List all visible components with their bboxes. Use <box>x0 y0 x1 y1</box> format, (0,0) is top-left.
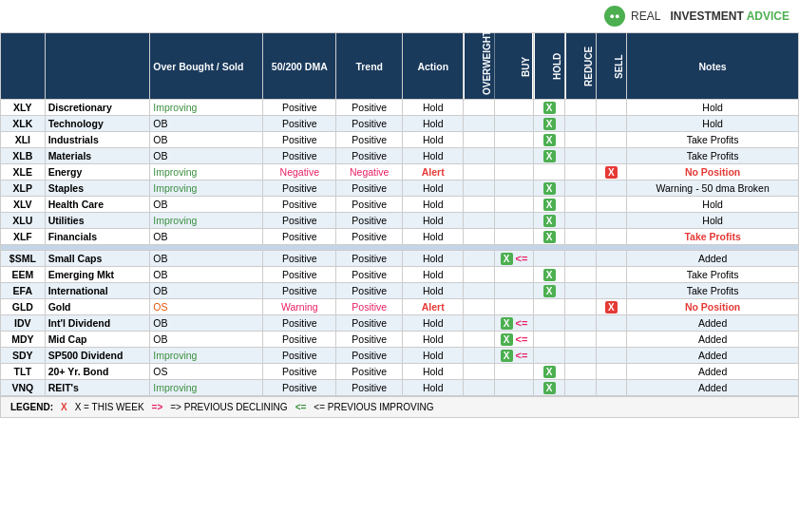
sector: Emerging Mkt <box>45 267 150 283</box>
sector: SP500 Dividend <box>45 348 150 364</box>
col-header-overweight: OVERWEIGHT <box>464 33 495 100</box>
sector: Int'l Dividend <box>45 315 150 332</box>
sector: Utilities <box>45 213 150 229</box>
sector: 20+ Yr. Bond <box>45 364 150 380</box>
col-header-buy: BUY <box>494 33 533 100</box>
table-row: XLFFinancialsOBPositivePositiveHoldXTake… <box>1 229 799 245</box>
sector: REIT's <box>45 380 150 396</box>
ticker: XLE <box>1 164 46 180</box>
logo-text: REAL INVESTMENT ADVICE <box>631 10 789 23</box>
legend-arrow-right-icon: => <box>152 402 163 412</box>
ticker: EEM <box>1 267 46 283</box>
ticker: TLT <box>1 364 46 380</box>
col-header-sector <box>45 33 150 100</box>
logo-icon: ●● <box>604 6 625 27</box>
sector: Technology <box>45 116 150 132</box>
sector: Mid Cap <box>45 332 150 348</box>
logo: ●● REAL INVESTMENT ADVICE <box>604 6 789 27</box>
ticker: VNQ <box>1 380 46 396</box>
ticker: XLP <box>1 180 46 197</box>
table-row: XLUUtilitiesImprovingPositivePositiveHol… <box>1 213 799 229</box>
legend-arrow-left-label: <= PREVIOUS IMPROVING <box>314 402 433 412</box>
ticker: MDY <box>1 332 46 348</box>
col-header-ob: Over Bought / Sold <box>150 33 263 100</box>
sector: Gold <box>45 299 150 315</box>
legend-arrow-right-label: => PREVIOUS DECLINING <box>170 402 287 412</box>
table-row: EEMEmerging MktOBPositivePositiveHoldXTa… <box>1 267 799 283</box>
sector: Industrials <box>45 132 150 148</box>
table-row: IDVInt'l DividendOBPositivePositiveHoldX… <box>1 315 799 332</box>
ticker: XLV <box>1 197 46 213</box>
col-header-trend: Trend <box>336 33 403 100</box>
table-row: XLYDiscretionaryImprovingPositivePositiv… <box>1 100 799 116</box>
ticker: SDY <box>1 348 46 364</box>
col-header-action: Action <box>403 33 464 100</box>
col-header-notes: Notes <box>627 33 799 100</box>
col-header-ticker <box>1 33 46 100</box>
legend-x-icon: X <box>61 402 67 412</box>
col-header-hold: HOLD <box>534 33 565 100</box>
legend-x-week: X = THIS WEEK <box>75 402 144 412</box>
col-header-dma: 50/200 DMA <box>263 33 336 100</box>
sector: Small Caps <box>45 251 150 267</box>
table-row: MDYMid CapOBPositivePositiveHoldX <=Adde… <box>1 332 799 348</box>
ticker: $SML <box>1 251 46 267</box>
table-row: SDYSP500 DividendImprovingPositivePositi… <box>1 348 799 364</box>
sector: Financials <box>45 229 150 245</box>
table-row: GLDGoldOSWarningPositiveAlertXNo Positio… <box>1 299 799 315</box>
main-table: Over Bought / Sold 50/200 DMA Trend Acti… <box>0 32 799 396</box>
table-row: $SMLSmall CapsOBPositivePositiveHoldX <=… <box>1 251 799 267</box>
ticker: EFA <box>1 283 46 299</box>
ticker: XLY <box>1 100 46 116</box>
ticker: XLU <box>1 213 46 229</box>
sector: Discretionary <box>45 100 150 116</box>
sector: Staples <box>45 180 150 197</box>
col-header-reduce: REDUCE <box>565 33 597 100</box>
legend-label: LEGEND: <box>10 402 53 412</box>
col-header-sell: SELL <box>596 33 627 100</box>
sector: Health Care <box>45 197 150 213</box>
sector: Energy <box>45 164 150 180</box>
table-row: EFAInternationalOBPositivePositiveHoldXT… <box>1 283 799 299</box>
table-row: XLEEnergyImprovingNegativeNegativeAlertX… <box>1 164 799 180</box>
table-row: XLVHealth CareOBPositivePositiveHoldXHol… <box>1 197 799 213</box>
table-row: TLT20+ Yr. BondOSPositivePositiveHoldXAd… <box>1 364 799 380</box>
ticker: XLK <box>1 116 46 132</box>
sector: Materials <box>45 148 150 164</box>
legend-arrow-left-icon: <= <box>295 402 307 412</box>
header-bar: ●● REAL INVESTMENT ADVICE <box>0 0 799 32</box>
table-row: XLPStaplesImprovingPositivePositiveHoldX… <box>1 180 799 197</box>
table-row: XLBMaterialsOBPositivePositiveHoldXTake … <box>1 148 799 164</box>
table-row: XLKTechnologyOBPositivePositiveHoldXHold <box>1 116 799 132</box>
table-row: XLIIndustrialsOBPositivePositiveHoldXTak… <box>1 132 799 148</box>
table-row: VNQREIT'sImprovingPositivePositiveHoldXA… <box>1 380 799 396</box>
ticker: GLD <box>1 299 46 315</box>
sector: International <box>45 283 150 299</box>
ticker: XLF <box>1 229 46 245</box>
legend-bar: LEGEND: X X = THIS WEEK => => PREVIOUS D… <box>0 396 799 418</box>
ticker: XLB <box>1 148 46 164</box>
ticker: IDV <box>1 315 46 332</box>
ticker: XLI <box>1 132 46 148</box>
